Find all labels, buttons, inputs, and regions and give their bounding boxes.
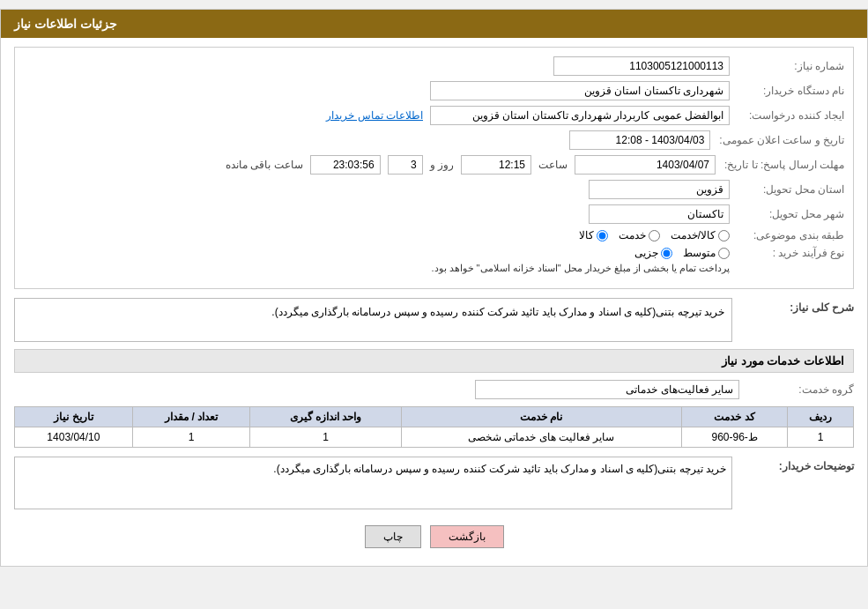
category-kala-khedmat-radio[interactable] bbox=[718, 230, 730, 241]
announcement-value: 1403/04/03 - 12:08 bbox=[569, 130, 710, 150]
category-kala-radio[interactable] bbox=[597, 230, 608, 241]
deadline-label: مهلت ارسال پاسخ: تا تاریخ: bbox=[716, 159, 844, 171]
page-header: جزئیات اطلاعات نیاز bbox=[1, 10, 867, 38]
back-button[interactable]: بازگشت bbox=[430, 525, 504, 548]
buyer-value: شهرداری تاکستان استان قزوین bbox=[430, 81, 730, 100]
category-kala-item: کالا bbox=[579, 229, 608, 241]
process-jozi-item: جزیی bbox=[634, 247, 672, 259]
table-cell: 1403/04/10 bbox=[15, 427, 133, 448]
table-cell: ط-96-960 bbox=[681, 427, 787, 448]
category-radio-group: کالا/خدمت خدمت کالا bbox=[579, 229, 730, 241]
category-kala-khedmat-item: کالا/خدمت bbox=[671, 229, 730, 241]
table-cell: 1 bbox=[788, 427, 854, 448]
deadline-time-label: ساعت bbox=[538, 159, 568, 171]
category-khedmat-radio[interactable] bbox=[649, 230, 660, 241]
group-label: گروه خدمت: bbox=[739, 383, 854, 396]
buyer-label: نام دستگاه خریدار: bbox=[730, 85, 844, 97]
creator-value: ابوالفضل عمویی کاربردار شهرداری تاکستان … bbox=[430, 106, 730, 125]
city-value: تاکستان bbox=[589, 204, 730, 224]
page-title: جزئیات اطلاعات نیاز bbox=[14, 17, 117, 31]
process-desc: پرداخت تمام یا بخشی از مبلغ خریدار محل "… bbox=[431, 263, 730, 274]
deadline-day-label: روز و bbox=[430, 159, 454, 171]
process-motavaset-label: متوسط bbox=[683, 247, 716, 259]
province-value: قزوین bbox=[589, 180, 730, 199]
services-title: اطلاعات خدمات مورد نیاز bbox=[14, 349, 854, 373]
city-label: شهر محل تحویل: bbox=[730, 208, 844, 220]
deadline-remaining: 23:03:56 bbox=[310, 155, 381, 175]
announcement-label: تاریخ و ساعت اعلان عمومی: bbox=[710, 134, 844, 146]
deadline-date: 1403/04/07 bbox=[575, 155, 716, 175]
process-motavaset-item: متوسط bbox=[683, 247, 730, 259]
table-row: 1ط-96-960سایر فعالیت های خدماتی شخصی1114… bbox=[15, 427, 854, 448]
services-table-container: ردیف کد خدمت نام خدمت واحد اندازه گیری ت… bbox=[14, 406, 854, 448]
col-code: کد خدمت bbox=[681, 407, 787, 427]
shenumber-label: شماره نیاز: bbox=[730, 60, 844, 72]
process-radio-group: متوسط جزیی bbox=[431, 247, 730, 259]
process-motavaset-radio[interactable] bbox=[718, 248, 730, 259]
sherh-label: شرح کلی نیاز: bbox=[739, 298, 854, 314]
col-row: ردیف bbox=[788, 407, 854, 427]
col-date: تاریخ نیاز bbox=[15, 407, 133, 427]
category-khedmat-label: خدمت bbox=[619, 229, 646, 241]
category-label: طبقه بندی موضوعی: bbox=[730, 229, 844, 241]
col-unit: واحد اندازه گیری bbox=[250, 407, 401, 427]
table-cell: سایر فعالیت های خدماتی شخصی bbox=[401, 427, 681, 448]
sherh-value: خرید تیرچه بتنی(کلیه ی اسناد و مدارک بای… bbox=[14, 298, 732, 342]
process-jozi-radio[interactable] bbox=[661, 248, 672, 259]
shenumber-value: 1103005121000113 bbox=[553, 56, 730, 76]
deadline-time: 12:15 bbox=[461, 155, 531, 175]
buyer-desc-value: خرید تیرچه بتنی(کلیه ی اسناد و مدارک بای… bbox=[14, 457, 732, 509]
province-label: استان محل تحویل: bbox=[730, 183, 844, 196]
process-jozi-label: جزیی bbox=[634, 247, 658, 259]
category-kala-label: کالا bbox=[579, 229, 594, 241]
contact-link[interactable]: اطلاعات تماس خریدار bbox=[326, 109, 423, 122]
deadline-remaining-label: ساعت باقی مانده bbox=[226, 159, 303, 171]
group-value: سایر فعالیت‌های خدماتی bbox=[475, 380, 739, 399]
table-cell: 1 bbox=[250, 427, 401, 448]
deadline-days: 3 bbox=[388, 155, 423, 175]
col-name: نام خدمت bbox=[401, 407, 681, 427]
category-kala-khedmat-label: کالا/خدمت bbox=[671, 229, 716, 241]
process-label: نوع فرآیند خرید : bbox=[730, 247, 844, 259]
creator-label: ایجاد کننده درخواست: bbox=[730, 109, 844, 122]
buttons-row: بازگشت چاپ bbox=[14, 516, 854, 557]
services-table: ردیف کد خدمت نام خدمت واحد اندازه گیری ت… bbox=[14, 406, 854, 448]
category-khedmat-item: خدمت bbox=[619, 229, 660, 241]
table-cell: 1 bbox=[132, 427, 250, 448]
buyer-desc-label: توضیحات خریدار: bbox=[739, 457, 854, 472]
col-qty: تعداد / مقدار bbox=[132, 407, 250, 427]
print-button[interactable]: چاپ bbox=[365, 525, 421, 548]
